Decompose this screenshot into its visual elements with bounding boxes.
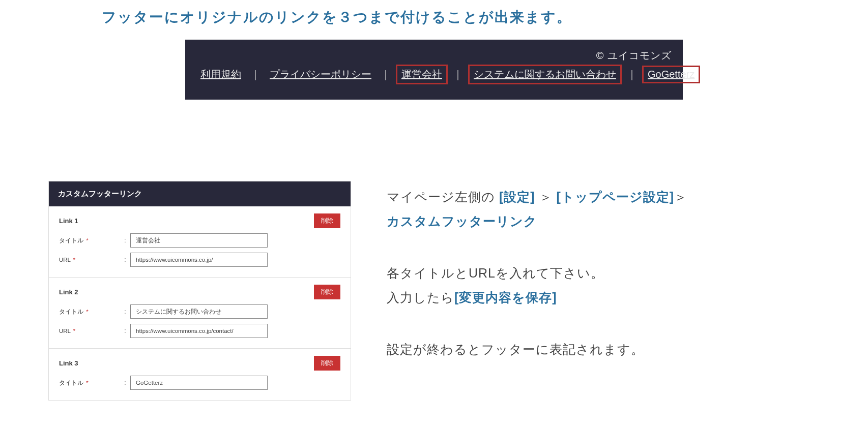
delete-button[interactable]: 削除 (314, 356, 340, 371)
colon: : (120, 308, 130, 315)
link-block-2: Link 2 削除 タイトル * : URL * : (49, 278, 351, 349)
colon: : (120, 237, 130, 244)
field-label-title: タイトル * (59, 379, 120, 387)
title-input[interactable] (130, 233, 268, 248)
field-label-title: タイトル * (59, 308, 120, 316)
footer-link-highlighted[interactable]: 運営会社 (396, 65, 448, 84)
page-heading: フッターにオリジナルのリンクを３つまで付けることが出来ます。 (0, 0, 868, 40)
custom-footer-panel: カスタムフッターリンク Link 1 削除 タイトル * : URL * : (48, 181, 351, 401)
delete-button[interactable]: 削除 (314, 213, 340, 228)
field-label-url: URL * (59, 257, 120, 263)
highlight-save-changes: [変更内容を保存] (454, 290, 557, 304)
highlight-settings: [設定] (499, 190, 535, 204)
separator: ｜ (381, 68, 391, 81)
link-section-title: Link 3 (59, 359, 78, 367)
separator: ｜ (453, 68, 463, 81)
colon: : (120, 256, 130, 263)
url-input[interactable] (130, 253, 268, 267)
link-section-title: Link 2 (59, 288, 78, 296)
panel-header: カスタムフッターリンク (49, 181, 351, 206)
field-label-title: タイトル * (59, 237, 120, 244)
title-input[interactable] (130, 376, 268, 390)
instruction-paragraph-3: 設定が終わるとフッターに表記されます。 (387, 338, 817, 362)
link-block-3: Link 3 削除 タイトル * : (49, 349, 351, 400)
delete-button[interactable]: 削除 (314, 285, 340, 299)
colon: : (120, 327, 130, 334)
footer-link-highlighted[interactable]: システムに関するお問い合わせ (468, 65, 622, 84)
separator: ｜ (250, 68, 261, 81)
instruction-paragraph-2: 各タイトルとURLを入れて下さい。 入力したら[変更内容を保存] (387, 261, 817, 310)
field-label-url: URL * (59, 328, 120, 334)
lower-section: カスタムフッターリンク Link 1 削除 タイトル * : URL * : (0, 120, 868, 401)
highlight-toppage-settings: [トップページ設定] (557, 190, 675, 204)
instructions-column: マイページ左側の [設定] ＞ [トップページ設定]＞ カスタムフッターリンク … (387, 181, 817, 401)
colon: : (120, 379, 130, 386)
footer-preview: © ユイコモンズ 利用規約 ｜ プライバシーポリシー ｜ 運営会社 ｜ システム… (185, 40, 683, 100)
footer-link[interactable]: 利用規約 (196, 66, 245, 83)
title-input[interactable] (130, 304, 268, 319)
separator: ｜ (627, 68, 637, 81)
footer-preview-container: © ユイコモンズ 利用規約 ｜ プライバシーポリシー ｜ 運営会社 ｜ システム… (0, 40, 868, 120)
instruction-paragraph-1: マイページ左側の [設定] ＞ [トップページ設定]＞ カスタムフッターリンク (387, 185, 817, 233)
url-input[interactable] (130, 324, 268, 338)
footer-links-row: 利用規約 ｜ プライバシーポリシー ｜ 運営会社 ｜ システムに関するお問い合わ… (196, 65, 672, 84)
copyright-text: © ユイコモンズ (196, 49, 672, 63)
link-block-1: Link 1 削除 タイトル * : URL * : (49, 206, 351, 278)
highlight-custom-footer-link: カスタムフッターリンク (387, 214, 537, 228)
footer-link-highlighted[interactable]: GoGetterz (642, 66, 700, 83)
admin-panel-column: カスタムフッターリンク Link 1 削除 タイトル * : URL * : (48, 181, 351, 401)
footer-link[interactable]: プライバシーポリシー (266, 66, 375, 83)
link-section-title: Link 1 (59, 217, 78, 225)
